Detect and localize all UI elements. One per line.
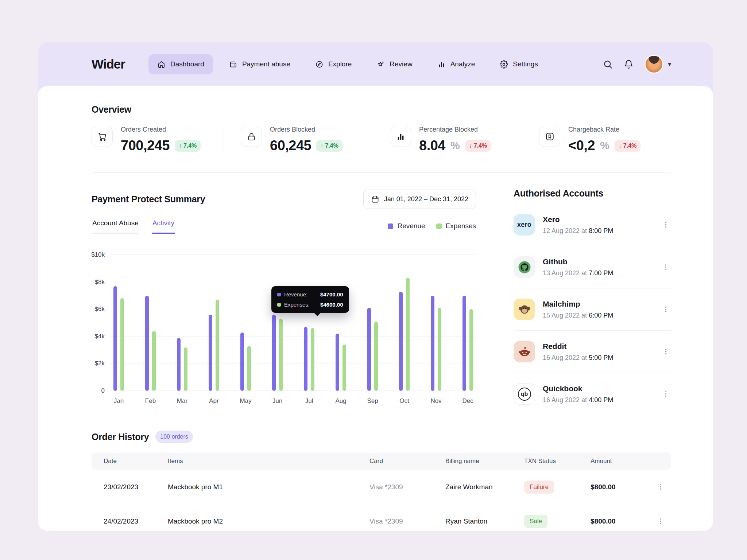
orders-title: Order History [92,432,149,442]
column-header-amount: Amount [591,458,655,465]
account-time-text: 8:00 PM [589,227,613,234]
bookmark-icon [539,126,560,147]
tab-account-abuse[interactable]: Account Abuse [92,219,139,234]
nav-item-analyze[interactable]: Analyze [429,54,484,74]
chart-icon [390,126,411,147]
nav-item-label: Payment abuse [242,60,290,68]
activity-bar-chart: Revenue: $4700.00 Expenses: $4600.00 $10… [111,255,476,391]
expenses-bar [406,278,410,391]
bar-group-mar[interactable]: Mar [177,255,187,391]
account-date-text: 15 Aug 2022 at [543,312,587,319]
search-button[interactable] [603,59,613,69]
quickbook-logo-text: qb [518,388,531,401]
bars-icon [437,60,446,69]
revenue-bar [399,292,403,391]
nav-item-label: Dashboard [170,60,204,68]
arrow-down-icon: ↓ [469,143,472,149]
home-icon [157,60,166,69]
account-menu-button[interactable] [661,262,671,272]
cart-icon [92,126,113,147]
account-menu-button[interactable] [661,219,671,230]
notifications-button[interactable] [624,59,634,69]
accounts-list: xero Xero 12 Aug 2022 at 8:00 PM Github … [514,204,671,415]
account-name: Github [543,257,653,266]
mailchimp-logo-icon [514,299,535,320]
tooltip-label: Expenses: [284,302,310,308]
revenue-bar [209,315,212,391]
revenue-bar [431,296,434,391]
chart-legend: Revenue Expenses [388,222,476,234]
order-items: Mackbook pro M2 [168,517,369,525]
expenses-bar [216,300,219,391]
order-amount: $800.00 [591,483,655,491]
revenue-bar [177,338,181,391]
order-card: Visa *2309 [369,483,445,491]
nav-item-review[interactable]: Review [368,54,421,74]
x-axis-label: May [240,397,251,405]
bar-group-jul[interactable]: Jul [304,255,314,391]
summary-row: Payment Protect Summary Jan 01, 2022 – D… [92,173,671,415]
expenses-bar [438,308,441,391]
expenses-bar [120,298,124,391]
account-time-text: 7:00 PM [589,269,613,277]
nav-item-explore[interactable]: Explore [306,54,360,74]
expenses-bar [279,319,283,391]
date-range-button[interactable]: Jan 01, 2022 – Dec 31, 2022 [363,190,476,209]
stat-label: Percentage Blocked [419,126,491,133]
main-panel: Overview Orders Created 700,245 ↑7.4% Or… [38,86,713,531]
user-menu[interactable]: ▾ [645,55,671,74]
account-row-quickbook: qb Quickbook 16 Aug 2022 at 4:00 PM [514,373,671,415]
nav-item-payment-abuse[interactable]: Payment abuse [220,54,299,74]
account-date: 16 Aug 2022 at 5:00 PM [543,354,653,362]
bar-group-may[interactable]: May [240,255,251,391]
compass-icon [315,60,324,69]
nav-item-label: Settings [513,60,538,68]
kebab-icon [662,263,670,271]
legend-swatch-icon [436,223,442,229]
account-menu-button[interactable] [661,304,671,315]
account-time-text: 5:00 PM [589,354,613,361]
bar-group-nov[interactable]: Nov [431,255,441,391]
y-axis-label: $6k [84,306,105,313]
revenue-bar [304,327,307,391]
x-axis-label: Sep [367,397,378,405]
quickbook-logo-icon: qb [514,383,535,405]
nav-item-dashboard[interactable]: Dashboard [148,54,213,74]
y-axis-label: $2k [84,360,105,367]
y-axis-label: 0 [84,387,105,394]
kebab-icon [662,221,670,229]
bar-group-jan[interactable]: Jan [113,255,124,391]
nav-item-label: Analyze [450,60,475,68]
tooltip-value: $4700.00 [313,291,343,298]
bar-group-feb[interactable]: Feb [145,255,156,391]
bar-group-apr[interactable]: Apr [209,255,219,391]
x-axis-label: Apr [209,397,218,405]
bar-group-jun[interactable]: Jun [272,255,283,391]
account-date: 12 Aug 2022 at 8:00 PM [543,227,653,235]
revenue-swatch-icon [277,293,281,296]
orders-count-badge: 100 orders [155,431,193,443]
avatar[interactable] [645,55,663,74]
order-menu-button[interactable] [655,482,666,492]
order-billing-name: Zaire Workman [445,483,524,491]
stat-card-chargeback-rate: Chargeback Rate <0,2 % ↓7.4% [522,126,671,153]
payment-summary-section: Payment Protect Summary Jan 01, 2022 – D… [92,173,493,415]
stat-card-orders-blocked: Orders Blocked 60,245 ↑7.4% [224,126,373,153]
bar-group-aug[interactable]: Aug [336,255,346,391]
stat-suffix: % [450,140,460,152]
nav-item-settings[interactable]: Settings [491,54,547,74]
order-txn-status: Failure [524,481,591,494]
expenses-bar [374,322,378,391]
bar-group-sep[interactable]: Sep [367,255,378,391]
bar-group-oct[interactable]: Oct [399,255,410,391]
account-menu-button[interactable] [661,346,671,357]
y-axis-label: $10k [84,251,105,258]
x-axis-label: Mar [177,397,187,405]
order-menu-button[interactable] [655,516,666,526]
stat-change-badge: ↑7.4% [316,140,342,152]
account-menu-button[interactable] [661,389,671,399]
tooltip-label: Revenue: [284,291,307,298]
tab-activity[interactable]: Activity [152,219,175,234]
revenue-bar [367,308,371,391]
bar-group-dec[interactable]: Dec [462,255,473,391]
